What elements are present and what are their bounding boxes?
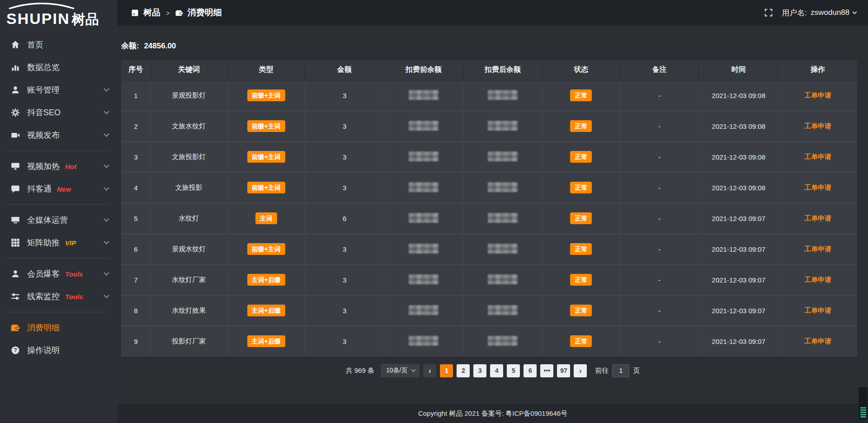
goto-page-input[interactable] bbox=[612, 364, 629, 377]
remark-cell-cell: - bbox=[620, 203, 699, 234]
ticket-request-link-cell: 工单申请 bbox=[778, 111, 857, 141]
type-badge: 前缀+主词 bbox=[247, 151, 285, 163]
sliders-icon bbox=[11, 292, 20, 301]
type-badge: 主词+后缀 bbox=[247, 305, 285, 316]
chevron-down-icon bbox=[104, 108, 109, 114]
status-badge-cell: 正常 bbox=[542, 80, 620, 111]
chevron-down-icon bbox=[411, 368, 416, 372]
remark-cell-cell: - bbox=[620, 295, 699, 326]
sidebar-item-矩阵助推[interactable]: 矩阵助推VIP bbox=[0, 231, 118, 254]
row-index: 9 bbox=[134, 338, 137, 345]
app-icon bbox=[131, 9, 139, 17]
sidebar-item-消费明细[interactable]: 消费明细 bbox=[0, 316, 118, 339]
ticket-request-link[interactable]: 工单申请 bbox=[804, 276, 831, 283]
remark-cell-cell: - bbox=[620, 264, 699, 295]
status-badge: 正常 bbox=[570, 335, 592, 347]
row-index-cell: 3 bbox=[121, 141, 151, 172]
video-icon bbox=[11, 131, 20, 140]
sidebar-item-全媒体运营[interactable]: 全媒体运营 bbox=[0, 209, 118, 231]
ticket-request-link[interactable]: 工单申请 bbox=[804, 214, 831, 222]
time-cell-cell: 2021-12-03 09:07 bbox=[699, 326, 778, 357]
breadcrumb-root[interactable]: 树品 bbox=[143, 7, 160, 19]
sidebar-item-线索监控[interactable]: 线索监控Tools bbox=[0, 285, 118, 308]
type-badge: 主词+后缀 bbox=[247, 274, 285, 286]
ticket-request-link[interactable]: 工单申请 bbox=[804, 245, 831, 253]
goto-suffix: 页 bbox=[633, 367, 640, 375]
sidebar-item-数据总览[interactable]: 数据总览 bbox=[0, 56, 118, 79]
wallet-icon bbox=[175, 9, 183, 17]
page-button-6[interactable]: 6 bbox=[524, 364, 537, 377]
type-badge-cell: 前缀+主词 bbox=[227, 172, 305, 203]
ticket-request-link[interactable]: 工单申请 bbox=[804, 91, 831, 99]
topbar-right: 用户名: zswodun88 bbox=[764, 8, 856, 18]
amount-cell: 3 bbox=[343, 276, 346, 284]
chevron-down-icon bbox=[104, 216, 109, 222]
sidebar-item-label: 消费明细 bbox=[27, 322, 60, 333]
page-button-1[interactable]: 1 bbox=[440, 364, 453, 377]
sidebar: SHUPIN 树品 首页数据总览账号管理抖音SEO视频发布视频加热Hot抖客通N… bbox=[0, 0, 118, 423]
page-button-5[interactable]: 5 bbox=[507, 364, 520, 377]
masked-balance-before bbox=[409, 305, 439, 315]
ticket-request-link-cell: 工单申请 bbox=[778, 172, 857, 203]
total-count: 共 969 条 bbox=[346, 367, 374, 375]
balance-value: 24856.00 bbox=[144, 42, 176, 50]
page-button-4[interactable]: 4 bbox=[490, 364, 503, 377]
logo-text-en: SHUPIN bbox=[6, 11, 70, 26]
keyword-cell: 投影灯厂家 bbox=[172, 337, 206, 345]
sidebar-item-抖客通[interactable]: 抖客通New bbox=[0, 178, 118, 200]
masked-balance-after bbox=[488, 90, 518, 100]
sidebar-item-账号管理[interactable]: 账号管理 bbox=[0, 79, 118, 101]
user-menu[interactable]: 用户名: zswodun88 bbox=[782, 8, 856, 18]
type-badge: 主词 bbox=[255, 212, 277, 224]
page-button-3[interactable]: 3 bbox=[473, 364, 486, 377]
masked-balance-before bbox=[409, 182, 439, 192]
sidebar-item-首页[interactable]: 首页 bbox=[0, 33, 118, 56]
chevron-down-icon bbox=[853, 9, 857, 14]
ticket-request-link[interactable]: 工单申请 bbox=[804, 306, 831, 314]
masked-balance-after-cell bbox=[463, 203, 542, 234]
prev-page-button[interactable]: ‹ bbox=[423, 364, 436, 377]
remark-cell-cell: - bbox=[620, 141, 699, 172]
next-page-button[interactable]: › bbox=[574, 364, 587, 377]
amount-cell-cell: 3 bbox=[305, 326, 384, 357]
sidebar-item-视频加热[interactable]: 视频加热Hot bbox=[0, 155, 118, 178]
ticket-request-link[interactable]: 工单申请 bbox=[804, 183, 831, 191]
ticket-request-link[interactable]: 工单申请 bbox=[804, 122, 831, 130]
sidebar-item-视频发布[interactable]: 视频发布 bbox=[0, 124, 118, 146]
time-cell-cell: 2021-12-03 09:07 bbox=[699, 203, 778, 234]
sidebar-item-操作说明[interactable]: ?操作说明 bbox=[0, 339, 118, 362]
fullscreen-icon[interactable] bbox=[764, 9, 773, 17]
more-pages-button[interactable]: ••• bbox=[540, 364, 553, 377]
amount-cell-cell: 3 bbox=[305, 295, 384, 326]
type-badge: 前缀+主词 bbox=[247, 243, 285, 255]
masked-balance-after-cell bbox=[463, 172, 542, 203]
logo-arc bbox=[7, 3, 76, 9]
chevron-down-icon bbox=[104, 131, 109, 137]
type-badge: 前缀+主词 bbox=[247, 89, 285, 101]
amount-cell: 3 bbox=[343, 184, 346, 192]
table-row: 1景观投影灯前缀+主词3正常-2021-12-03 09:08工单申请 bbox=[121, 80, 857, 111]
sidebar-item-label: 矩阵助推 bbox=[27, 237, 60, 248]
status-badge-cell: 正常 bbox=[542, 234, 620, 264]
sidebar-item-label: 会员爆客 bbox=[27, 268, 60, 279]
row-index: 1 bbox=[134, 92, 137, 99]
status-badge-cell: 正常 bbox=[542, 111, 620, 141]
sidebar-item-会员爆客[interactable]: 会员爆客Tools bbox=[0, 263, 118, 285]
amount-cell-cell: 3 bbox=[305, 141, 384, 172]
masked-balance-after bbox=[488, 274, 518, 284]
page-button-97[interactable]: 97 bbox=[557, 364, 570, 377]
time-cell-cell: 2021-12-03 09:08 bbox=[699, 141, 778, 172]
type-badge: 前缀+主词 bbox=[247, 182, 285, 193]
masked-balance-after-cell bbox=[463, 80, 542, 111]
page-button-2[interactable]: 2 bbox=[457, 364, 470, 377]
type-badge: 前缀+主词 bbox=[247, 120, 285, 132]
ticket-request-link[interactable]: 工单申请 bbox=[804, 337, 831, 345]
masked-balance-before-cell bbox=[384, 172, 463, 203]
page-size-select[interactable]: 10条/页 bbox=[381, 364, 420, 377]
remark-cell: - bbox=[658, 245, 660, 253]
ticket-request-link[interactable]: 工单申请 bbox=[804, 153, 831, 160]
masked-balance-before bbox=[409, 244, 439, 254]
row-index-cell: 2 bbox=[121, 111, 151, 141]
sidebar-item-抖音SEO[interactable]: 抖音SEO bbox=[0, 101, 118, 124]
floating-side-widget[interactable] bbox=[858, 387, 868, 420]
